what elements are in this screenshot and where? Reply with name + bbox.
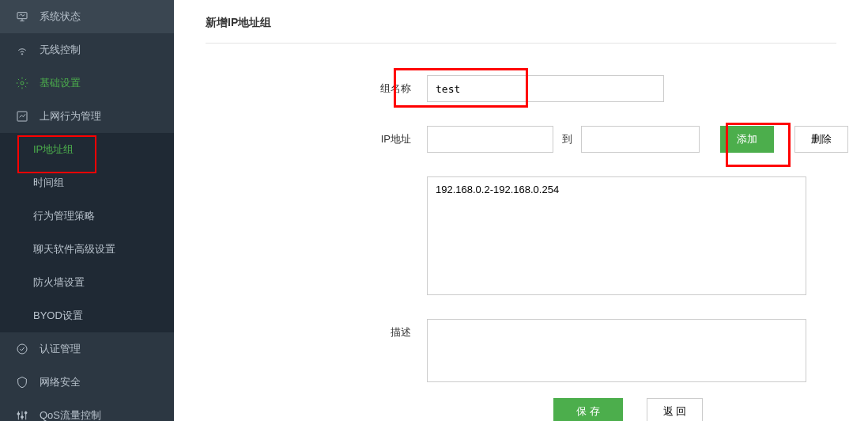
svg-point-12 xyxy=(25,412,27,414)
sidebar-item-network-security[interactable]: 网络安全 xyxy=(0,366,174,399)
sidebar-subitem-label: BYOD设置 xyxy=(33,309,83,323)
sidebar-item-label: 基础设置 xyxy=(40,76,81,90)
content-area: 新增IP地址组 组名称 IP地址 到 添加 删除 xyxy=(174,0,868,421)
sidebar-item-label: 上网行为管理 xyxy=(40,109,101,123)
sidebar-subitem-time-group[interactable]: 时间组 xyxy=(0,166,174,199)
sidebar-item-behavior-management[interactable]: 上网行为管理 xyxy=(0,100,174,133)
sidebar-item-auth-management[interactable]: 认证管理 xyxy=(0,332,174,366)
description-label: 描述 xyxy=(206,319,427,339)
sidebar-item-label: 网络安全 xyxy=(40,375,81,389)
sidebar-item-label: 系统状态 xyxy=(40,9,81,24)
sliders-icon xyxy=(14,408,30,421)
sidebar: 系统状态 无线控制 基础设置 上网行为管理 IP地址组 时间组 行为 xyxy=(0,0,174,421)
monitor-icon xyxy=(14,9,30,25)
sidebar-subitem-ip-group[interactable]: IP地址组 xyxy=(0,133,174,166)
ip-address-label: IP地址 xyxy=(206,126,427,146)
svg-point-6 xyxy=(17,344,27,354)
add-button[interactable]: 添加 xyxy=(720,126,774,153)
sidebar-item-label: 认证管理 xyxy=(40,342,81,356)
group-name-label: 组名称 xyxy=(206,75,427,96)
svg-point-10 xyxy=(17,413,20,415)
sidebar-subitem-label: 行为管理策略 xyxy=(33,209,95,223)
check-circle-icon xyxy=(14,341,30,357)
save-button[interactable]: 保 存 xyxy=(553,398,623,421)
wifi-icon xyxy=(14,42,30,58)
sidebar-item-qos[interactable]: QoS流量控制 xyxy=(0,399,174,421)
ip-start-input[interactable] xyxy=(427,126,553,153)
back-button[interactable]: 返 回 xyxy=(647,398,704,421)
chart-icon xyxy=(14,108,30,124)
sidebar-subitem-behavior-policy[interactable]: 行为管理策略 xyxy=(0,199,174,233)
ip-end-input[interactable] xyxy=(581,126,700,153)
svg-point-4 xyxy=(21,82,24,85)
svg-point-11 xyxy=(21,416,24,419)
sidebar-item-label: 无线控制 xyxy=(40,43,81,57)
sidebar-subitem-label: 聊天软件高级设置 xyxy=(33,242,115,256)
delete-button[interactable]: 删除 xyxy=(794,126,848,153)
gear-icon xyxy=(14,75,30,91)
page-title: 新增IP地址组 xyxy=(206,16,836,44)
sidebar-subitem-byod[interactable]: BYOD设置 xyxy=(0,299,174,332)
sidebar-subitem-chat-advanced[interactable]: 聊天软件高级设置 xyxy=(0,233,174,266)
sidebar-item-label: QoS流量控制 xyxy=(40,408,101,421)
description-textarea[interactable] xyxy=(427,319,806,382)
sidebar-subitem-label: IP地址组 xyxy=(33,142,74,157)
sidebar-item-wireless-control[interactable]: 无线控制 xyxy=(0,33,174,66)
to-label: 到 xyxy=(562,132,572,146)
sidebar-subitem-label: 防火墙设置 xyxy=(33,275,85,290)
shield-icon xyxy=(14,374,30,390)
sidebar-subitem-firewall[interactable]: 防火墙设置 xyxy=(0,266,174,299)
group-name-input[interactable] xyxy=(427,75,664,102)
ip-list-textarea[interactable] xyxy=(427,176,806,295)
sidebar-item-basic-settings[interactable]: 基础设置 xyxy=(0,66,174,100)
sidebar-item-system-status[interactable]: 系统状态 xyxy=(0,0,174,33)
sidebar-subitem-label: 时间组 xyxy=(33,176,64,190)
svg-point-3 xyxy=(21,54,22,55)
